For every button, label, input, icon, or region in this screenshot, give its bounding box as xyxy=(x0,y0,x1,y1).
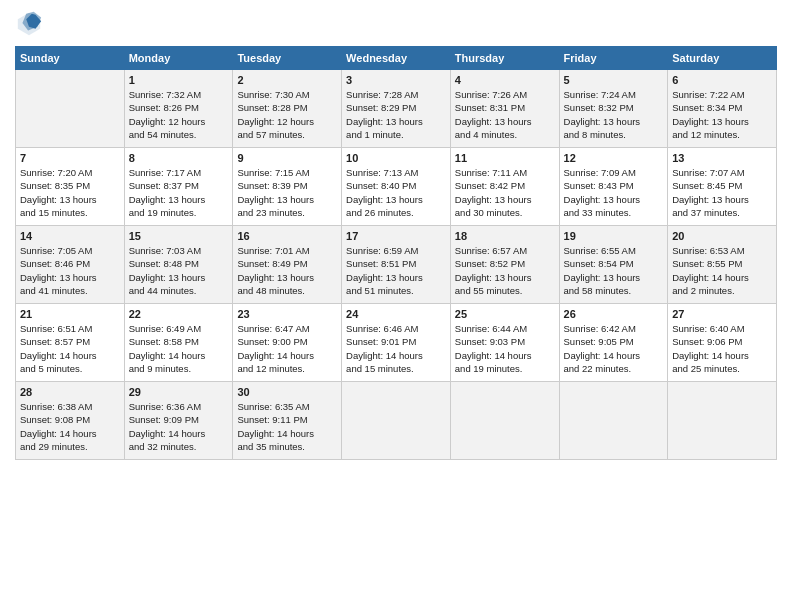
cell-content-line: Sunrise: 6:51 AM xyxy=(20,322,120,335)
day-cell: 14Sunrise: 7:05 AMSunset: 8:46 PMDayligh… xyxy=(16,226,125,304)
col-header-sunday: Sunday xyxy=(16,47,125,70)
cell-content-line: Sunrise: 7:22 AM xyxy=(672,88,772,101)
cell-content-line: Sunrise: 7:24 AM xyxy=(564,88,664,101)
day-cell: 26Sunrise: 6:42 AMSunset: 9:05 PMDayligh… xyxy=(559,304,668,382)
cell-content-line: Sunset: 8:28 PM xyxy=(237,101,337,114)
day-number: 23 xyxy=(237,308,337,320)
day-cell: 1Sunrise: 7:32 AMSunset: 8:26 PMDaylight… xyxy=(124,70,233,148)
day-number: 27 xyxy=(672,308,772,320)
day-number: 19 xyxy=(564,230,664,242)
cell-content-line: and 23 minutes. xyxy=(237,206,337,219)
cell-content-line: Daylight: 13 hours xyxy=(346,271,446,284)
cell-content-line: Sunset: 9:00 PM xyxy=(237,335,337,348)
day-number: 8 xyxy=(129,152,229,164)
week-row-3: 14Sunrise: 7:05 AMSunset: 8:46 PMDayligh… xyxy=(16,226,777,304)
logo xyxy=(15,10,47,38)
cell-content-line: Sunrise: 6:38 AM xyxy=(20,400,120,413)
cell-content-line: Sunrise: 6:49 AM xyxy=(129,322,229,335)
cell-content-line: Sunset: 8:51 PM xyxy=(346,257,446,270)
cell-content-line: Daylight: 14 hours xyxy=(237,349,337,362)
cell-content-line: Daylight: 13 hours xyxy=(237,271,337,284)
day-number: 17 xyxy=(346,230,446,242)
cell-content-line: and 1 minute. xyxy=(346,128,446,141)
day-number: 30 xyxy=(237,386,337,398)
day-number: 12 xyxy=(564,152,664,164)
day-cell xyxy=(668,382,777,460)
day-cell xyxy=(450,382,559,460)
cell-content-line: and 19 minutes. xyxy=(129,206,229,219)
cell-content-line: and 41 minutes. xyxy=(20,284,120,297)
cell-content-line: Sunset: 9:03 PM xyxy=(455,335,555,348)
logo-icon xyxy=(15,10,43,38)
cell-content-line: Sunset: 8:35 PM xyxy=(20,179,120,192)
day-cell: 9Sunrise: 7:15 AMSunset: 8:39 PMDaylight… xyxy=(233,148,342,226)
calendar-table: SundayMondayTuesdayWednesdayThursdayFrid… xyxy=(15,46,777,460)
cell-content-line: Sunrise: 7:26 AM xyxy=(455,88,555,101)
cell-content-line: Sunrise: 7:07 AM xyxy=(672,166,772,179)
cell-content-line: Daylight: 13 hours xyxy=(20,271,120,284)
day-cell: 7Sunrise: 7:20 AMSunset: 8:35 PMDaylight… xyxy=(16,148,125,226)
cell-content-line: Sunrise: 7:20 AM xyxy=(20,166,120,179)
day-cell: 29Sunrise: 6:36 AMSunset: 9:09 PMDayligh… xyxy=(124,382,233,460)
cell-content-line: Sunrise: 7:03 AM xyxy=(129,244,229,257)
cell-content-line: Daylight: 13 hours xyxy=(455,271,555,284)
cell-content-line: Sunset: 8:52 PM xyxy=(455,257,555,270)
day-cell: 3Sunrise: 7:28 AMSunset: 8:29 PMDaylight… xyxy=(342,70,451,148)
cell-content-line: Daylight: 13 hours xyxy=(564,193,664,206)
cell-content-line: Sunrise: 7:05 AM xyxy=(20,244,120,257)
day-cell: 19Sunrise: 6:55 AMSunset: 8:54 PMDayligh… xyxy=(559,226,668,304)
cell-content-line: Daylight: 13 hours xyxy=(20,193,120,206)
day-number: 25 xyxy=(455,308,555,320)
cell-content-line: and 51 minutes. xyxy=(346,284,446,297)
cell-content-line: and 48 minutes. xyxy=(237,284,337,297)
cell-content-line: Sunset: 8:29 PM xyxy=(346,101,446,114)
day-number: 4 xyxy=(455,74,555,86)
day-number: 18 xyxy=(455,230,555,242)
cell-content-line: and 15 minutes. xyxy=(346,362,446,375)
cell-content-line: Sunrise: 6:59 AM xyxy=(346,244,446,257)
week-row-1: 1Sunrise: 7:32 AMSunset: 8:26 PMDaylight… xyxy=(16,70,777,148)
day-cell: 16Sunrise: 7:01 AMSunset: 8:49 PMDayligh… xyxy=(233,226,342,304)
day-cell: 8Sunrise: 7:17 AMSunset: 8:37 PMDaylight… xyxy=(124,148,233,226)
cell-content-line: and 37 minutes. xyxy=(672,206,772,219)
cell-content-line: and 19 minutes. xyxy=(455,362,555,375)
cell-content-line: Sunset: 9:05 PM xyxy=(564,335,664,348)
cell-content-line: Sunrise: 7:15 AM xyxy=(237,166,337,179)
cell-content-line: Daylight: 14 hours xyxy=(129,427,229,440)
cell-content-line: and 12 minutes. xyxy=(672,128,772,141)
cell-content-line: and 57 minutes. xyxy=(237,128,337,141)
col-header-wednesday: Wednesday xyxy=(342,47,451,70)
cell-content-line: Sunrise: 6:46 AM xyxy=(346,322,446,335)
day-number: 22 xyxy=(129,308,229,320)
cell-content-line: Sunset: 9:01 PM xyxy=(346,335,446,348)
day-cell: 25Sunrise: 6:44 AMSunset: 9:03 PMDayligh… xyxy=(450,304,559,382)
cell-content-line: Sunrise: 6:55 AM xyxy=(564,244,664,257)
cell-content-line: and 35 minutes. xyxy=(237,440,337,453)
cell-content-line: Sunset: 8:57 PM xyxy=(20,335,120,348)
cell-content-line: Sunrise: 7:13 AM xyxy=(346,166,446,179)
cell-content-line: Daylight: 13 hours xyxy=(455,193,555,206)
cell-content-line: Sunrise: 7:28 AM xyxy=(346,88,446,101)
cell-content-line: Sunset: 9:08 PM xyxy=(20,413,120,426)
day-number: 11 xyxy=(455,152,555,164)
day-cell xyxy=(559,382,668,460)
cell-content-line: Sunset: 8:40 PM xyxy=(346,179,446,192)
cell-content-line: Daylight: 13 hours xyxy=(237,193,337,206)
cell-content-line: Sunset: 8:37 PM xyxy=(129,179,229,192)
day-number: 10 xyxy=(346,152,446,164)
cell-content-line: Daylight: 12 hours xyxy=(237,115,337,128)
day-cell: 23Sunrise: 6:47 AMSunset: 9:00 PMDayligh… xyxy=(233,304,342,382)
day-number: 16 xyxy=(237,230,337,242)
cell-content-line: and 9 minutes. xyxy=(129,362,229,375)
cell-content-line: Sunrise: 6:36 AM xyxy=(129,400,229,413)
day-cell: 15Sunrise: 7:03 AMSunset: 8:48 PMDayligh… xyxy=(124,226,233,304)
cell-content-line: and 54 minutes. xyxy=(129,128,229,141)
col-header-saturday: Saturday xyxy=(668,47,777,70)
cell-content-line: Sunrise: 6:40 AM xyxy=(672,322,772,335)
cell-content-line: Sunrise: 7:32 AM xyxy=(129,88,229,101)
cell-content-line: and 4 minutes. xyxy=(455,128,555,141)
week-row-5: 28Sunrise: 6:38 AMSunset: 9:08 PMDayligh… xyxy=(16,382,777,460)
cell-content-line: and 8 minutes. xyxy=(564,128,664,141)
cell-content-line: Sunset: 8:26 PM xyxy=(129,101,229,114)
day-cell: 30Sunrise: 6:35 AMSunset: 9:11 PMDayligh… xyxy=(233,382,342,460)
